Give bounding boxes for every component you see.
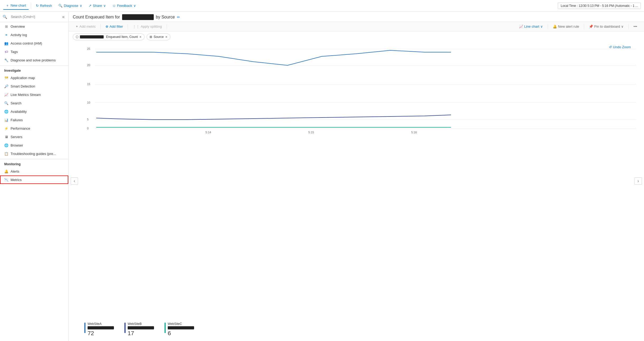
sidebar-item-label: Smart Detection [11, 84, 35, 88]
chart-resource-name [122, 14, 154, 20]
websiteB-name: WebSiteB [128, 322, 154, 326]
websiteC-color-bar [165, 323, 166, 333]
share-icon: ↗ [89, 4, 92, 8]
chart-area: ↺ Undo Zoom ‹ › 25 20 15 10 5 0 [69, 42, 644, 319]
content-area: Count Enqueued Item for by Source ✏ ✦ Ad… [69, 12, 644, 341]
sidebar-item-availability[interactable]: 🌐 Availability [0, 107, 68, 116]
time-range-display[interactable]: Local Time : 12/30 5:13 PM - 5:16 PM (Au… [558, 3, 641, 9]
undo-zoom-button[interactable]: ↺ Undo Zoom [609, 45, 631, 49]
monitoring-section-label: Monitoring [0, 159, 68, 167]
websiteB-info: WebSiteB 17 [128, 322, 154, 337]
undo-icon: ↺ [609, 45, 612, 49]
sidebar-item-label: Application map [11, 76, 35, 80]
main-layout: 🔍 « ⊞ Overview ≡ Activity log 👥 Access c… [0, 12, 644, 341]
server-icon: 🖥 [4, 135, 8, 139]
feedback-button[interactable]: ☺ Feedback ∨ [110, 2, 139, 9]
feedback-icon: ☺ [112, 4, 116, 8]
metric-tag-remove[interactable]: × [139, 35, 141, 39]
metrics-icon: 📉 [4, 178, 8, 182]
sidebar-item-live-metrics[interactable]: 📈 Live Metrics Stream [0, 90, 68, 99]
chart-nav-right-button[interactable]: › [635, 177, 642, 185]
chart-title-bar: Count Enqueued Item for by Source ✏ [69, 12, 644, 22]
metric-tag-redacted [80, 35, 104, 38]
sidebar-item-label: Overview [11, 25, 25, 28]
websiteC-redacted [168, 326, 194, 329]
websiteA-name: WebSiteA [88, 322, 114, 326]
sidebar-item-search[interactable]: 🔍 Search [0, 99, 68, 107]
sidebar-item-activity-log[interactable]: ≡ Activity log [0, 31, 68, 39]
add-metric-button[interactable]: ✦ Add metric [73, 23, 98, 30]
line-chart-icon: 📈 [519, 25, 523, 28]
source-filter-tag[interactable]: ⊞ Source × [147, 33, 170, 40]
sidebar-item-diagnose[interactable]: 🔧 Diagnose and solve problems [0, 56, 68, 64]
share-button[interactable]: ↗ Share ∨ [86, 2, 109, 9]
source-tag-remove[interactable]: × [165, 35, 167, 39]
x-label-514: 5:14 [205, 131, 211, 134]
sidebar-search-bar: 🔍 « [0, 12, 68, 22]
grid-icon: ⊞ [4, 24, 8, 28]
pulse-icon: 📈 [4, 92, 8, 97]
toolbar-sep-3 [167, 24, 167, 29]
websiteA-color-bar [84, 323, 85, 333]
diagnose-chevron-icon: ∨ [80, 4, 82, 8]
apply-splitting-button[interactable]: ⋮⋮ Apply splitting [130, 23, 164, 30]
wrench-icon: 🔧 [4, 58, 8, 62]
sidebar-item-app-map[interactable]: 🗺 Application map [0, 74, 68, 82]
more-options-button[interactable]: ••• [631, 23, 640, 30]
pin-chevron-icon: ∨ [621, 25, 624, 28]
source-tag-icon: ⊞ [150, 35, 152, 39]
collapse-sidebar-button[interactable]: « [61, 14, 66, 20]
sidebar-item-label: Diagnose and solve problems [11, 58, 56, 62]
line-chart-chevron: ∨ [540, 25, 543, 28]
new-chart-button[interactable]: ＋ New chart [3, 2, 29, 10]
toolbar-sep-5 [584, 24, 584, 29]
feedback-chevron-icon: ∨ [133, 4, 136, 8]
x-label-516: 5:16 [411, 131, 417, 134]
search-icon: 🔍 [3, 15, 7, 19]
sidebar-item-troubleshooting[interactable]: 📋 Troubleshooting guides (pre... [0, 149, 68, 158]
y-label-10: 10 [87, 101, 90, 104]
sidebar-item-performance[interactable]: ⚡ Performance [0, 124, 68, 133]
websiteB-redacted [128, 326, 154, 329]
sidebar-item-overview[interactable]: ⊞ Overview [0, 22, 68, 31]
metric-tag-icon: ⬡ [76, 35, 78, 39]
metric-tag-label: Enqueued Item, Count [105, 35, 138, 39]
sidebar-item-label: Live Metrics Stream [11, 93, 41, 97]
alert-rule-icon: 🔔 [553, 25, 557, 28]
websiteB-value: 17 [128, 330, 154, 337]
edit-title-icon[interactable]: ✏ [177, 15, 180, 19]
search-nav-icon: 🔍 [4, 101, 8, 105]
filter-tags-area: ⬡ Enqueued Item, Count × ⊞ Source × [69, 31, 644, 42]
sidebar-item-metrics[interactable]: 📉 Metrics [0, 176, 68, 184]
websiteC-value: 6 [168, 330, 194, 337]
sidebar-item-alerts[interactable]: 🔔 Alerts [0, 167, 68, 176]
splitting-icon: ⋮⋮ [133, 25, 140, 28]
sidebar-item-failures[interactable]: 📊 Failures [0, 116, 68, 124]
toolbar-sep-2 [128, 24, 128, 29]
sidebar-item-tags[interactable]: 🏷 Tags [0, 47, 68, 56]
metric-filter-tag[interactable]: ⬡ Enqueued Item, Count × [73, 33, 145, 40]
website-b-line [96, 115, 451, 120]
diagnose-button[interactable]: 🔍 Diagnose ∨ [56, 2, 85, 9]
filter-icon: ⊕ [105, 25, 108, 28]
sidebar-item-smart-detection[interactable]: 🔎 Smart Detection [0, 82, 68, 90]
new-alert-rule-button[interactable]: 🔔 New alert rule [550, 23, 582, 30]
search-input[interactable] [9, 14, 60, 20]
investigate-section-label: Investigate [0, 65, 68, 74]
browser-icon: 🌐 [4, 143, 8, 147]
add-filter-button[interactable]: ⊕ Add filter [103, 23, 126, 30]
y-label-15: 15 [87, 82, 90, 86]
sidebar-item-access-control[interactable]: 👥 Access control (IAM) [0, 39, 68, 47]
chart-nav-left-button[interactable]: ‹ [71, 177, 78, 185]
pin-to-dashboard-button[interactable]: 📌 Pin to dashboard ∨ [586, 23, 626, 30]
line-chart-button[interactable]: 📈 Line chart ∨ [516, 23, 546, 30]
sidebar-item-label: Browser [11, 143, 23, 147]
metric-toolbar: ✦ Add metric ⊕ Add filter ⋮⋮ Apply split… [69, 22, 644, 31]
chart-title-suffix: by Source [156, 15, 175, 20]
sidebar-item-servers[interactable]: 🖥 Servers [0, 133, 68, 141]
people-icon: 👥 [4, 41, 8, 45]
refresh-button[interactable]: ↻ Refresh [33, 2, 55, 9]
sidebar-item-browser[interactable]: 🌐 Browser [0, 141, 68, 149]
share-chevron-icon: ∨ [103, 4, 106, 8]
plus-icon: ＋ [6, 3, 9, 8]
